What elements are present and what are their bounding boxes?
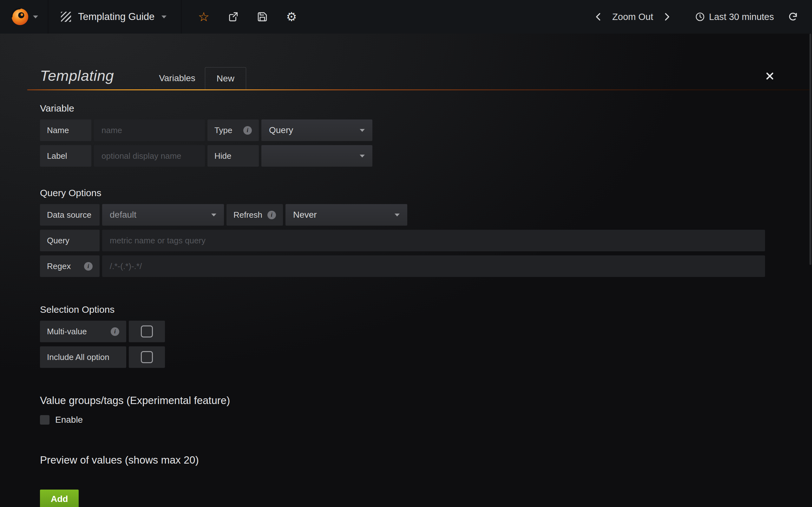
time-range-picker[interactable]: Last 30 minutes	[695, 12, 774, 22]
multi-value-checkbox[interactable]	[141, 326, 153, 337]
dashboard-picker[interactable]: Templating Guide	[48, 0, 182, 34]
type-select[interactable]: Query	[261, 119, 372, 141]
multi-value-label-text: Multi-value	[47, 327, 87, 337]
value-groups-heading: Value groups/tags (Experimental feature)	[40, 395, 812, 406]
tabs: Variables New	[149, 67, 246, 89]
refresh-select-value: Never	[293, 210, 317, 220]
tab-new[interactable]: New	[205, 67, 246, 89]
regex-input[interactable]	[102, 256, 765, 277]
chevron-down-icon	[360, 129, 365, 132]
zoom-out-button[interactable]: Zoom Out	[612, 12, 653, 22]
name-input[interactable]	[94, 119, 205, 141]
header-divider	[27, 89, 811, 90]
time-shift-right-icon[interactable]	[662, 12, 671, 21]
variable-label-row: Label Hide	[40, 145, 812, 167]
label-input[interactable]	[94, 145, 205, 167]
share-icon[interactable]	[228, 11, 239, 22]
chevron-down-icon	[211, 214, 216, 216]
selection-options-heading: Selection Options	[40, 304, 812, 315]
page-title: Templating	[40, 67, 114, 89]
preview-heading: Preview of values (shows max 20)	[40, 454, 812, 466]
data-source-label: Data source	[40, 204, 100, 226]
logo-caret-icon	[33, 15, 38, 18]
clock-icon	[695, 12, 705, 22]
enable-label: Enable	[55, 415, 83, 425]
regex-label-text: Regex	[47, 262, 71, 271]
multi-value-checkbox-cell[interactable]	[129, 321, 165, 342]
templating-editor: Templating Variables New Variable Name T…	[0, 34, 812, 507]
type-info-icon[interactable]: i	[243, 126, 252, 135]
data-source-select[interactable]: default	[102, 204, 224, 226]
data-source-value: default	[110, 210, 136, 220]
save-icon[interactable]	[257, 11, 268, 22]
include-all-checkbox[interactable]	[141, 351, 153, 363]
query-input[interactable]	[102, 230, 765, 251]
regex-label: Regex i	[40, 256, 100, 277]
refresh-label: Refresh i	[226, 204, 283, 226]
page-header: Templating Variables New	[40, 64, 812, 89]
regex-row: Regex i	[40, 256, 812, 277]
include-all-label: Include All option	[40, 346, 126, 368]
enable-row[interactable]: Enable	[40, 415, 812, 425]
scrollbar-thumb[interactable]	[809, 34, 811, 265]
query-options-heading: Query Options	[40, 187, 812, 199]
top-navbar: Templating Guide ☆ ⚙ Zoom Out Last 30 mi…	[0, 0, 812, 34]
query-row: Query	[40, 230, 812, 251]
multi-value-row: Multi-value i	[40, 321, 812, 342]
tab-variables[interactable]: Variables	[149, 67, 205, 89]
settings-gear-icon[interactable]: ⚙	[286, 11, 297, 23]
dashboard-title: Templating Guide	[78, 11, 154, 22]
time-shift-left-icon[interactable]	[594, 12, 603, 21]
grafana-logo-menu[interactable]	[0, 0, 48, 34]
hide-select[interactable]	[261, 145, 372, 167]
dashboard-caret-icon	[161, 15, 166, 18]
multi-value-label: Multi-value i	[40, 321, 126, 342]
enable-checkbox[interactable]	[40, 415, 49, 425]
hide-label: Hide	[207, 145, 259, 167]
time-controls: Zoom Out Last 30 minutes	[594, 0, 812, 34]
include-all-checkbox-cell[interactable]	[129, 346, 165, 368]
query-label: Query	[40, 230, 100, 251]
grafana-logo-icon	[10, 7, 30, 26]
refresh-label-text: Refresh	[234, 210, 262, 220]
type-select-value: Query	[269, 125, 293, 135]
type-label-text: Type	[214, 125, 232, 135]
variable-name-row: Name Type i Query	[40, 119, 812, 141]
star-icon[interactable]: ☆	[198, 10, 209, 23]
close-icon[interactable]	[765, 71, 774, 82]
add-button[interactable]: Add	[40, 490, 79, 507]
name-label: Name	[40, 119, 91, 141]
chevron-down-icon	[360, 155, 365, 158]
datasource-row: Data source default Refresh i Never	[40, 204, 812, 226]
refresh-info-icon[interactable]: i	[267, 211, 276, 219]
dashboard-grid-icon	[61, 12, 71, 22]
refresh-icon[interactable]	[788, 12, 798, 22]
include-all-row: Include All option	[40, 346, 812, 368]
variable-section-heading: Variable	[40, 103, 812, 114]
chevron-down-icon	[395, 214, 400, 216]
label-label: Label	[40, 145, 91, 167]
multi-value-info-icon[interactable]: i	[111, 327, 119, 336]
dashboard-actions: ☆ ⚙	[182, 0, 297, 34]
refresh-select[interactable]: Never	[286, 204, 407, 226]
time-range-label: Last 30 minutes	[709, 12, 774, 22]
regex-info-icon[interactable]: i	[84, 262, 93, 271]
type-label: Type i	[207, 119, 259, 141]
